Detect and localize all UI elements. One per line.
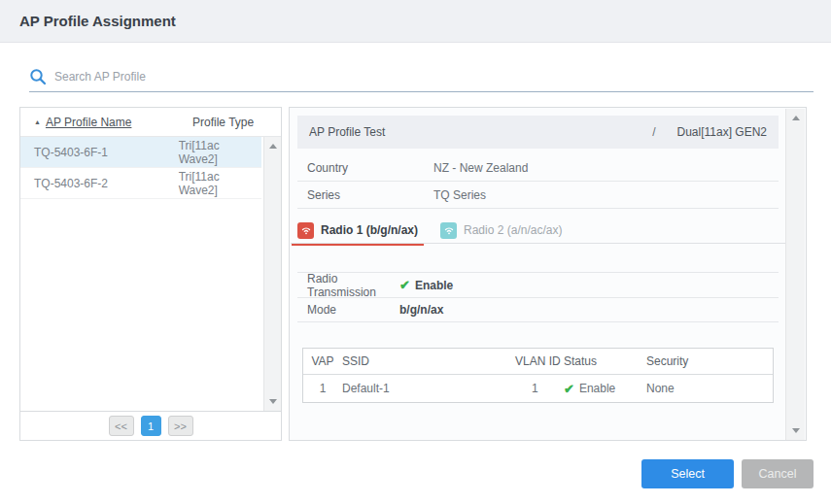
tab-radio-1-label: Radio 1 (b/g/n/ax): [321, 223, 418, 237]
profile-list-panel: ▲ AP Profile Name Profile Type TQ-5403-6…: [19, 107, 282, 441]
radio-transmission-label: Radio Transmission: [297, 272, 399, 299]
column-profile-type[interactable]: Profile Type: [192, 116, 254, 129]
field-country: Country NZ - New Zealand: [297, 154, 779, 182]
radio-transmission-status: Enable: [415, 279, 453, 292]
titlebar-slash: /: [652, 125, 655, 139]
radio2-wifi-icon: [440, 222, 457, 239]
scroll-up-icon[interactable]: [792, 116, 800, 120]
series-value: TQ Series: [433, 188, 486, 202]
sort-asc-icon: ▲: [34, 118, 41, 125]
profile-test-name: AP Profile Test: [309, 125, 652, 139]
table-row: 1 Default-1 1 ✔ Enable None: [303, 375, 773, 402]
dialog-title: AP Profile Assignment: [19, 13, 176, 29]
status-text: Enable: [579, 382, 615, 395]
status-column-header: Status: [564, 354, 646, 368]
ssid-cell: Default-1: [342, 382, 515, 395]
tab-radio-2-label: Radio 2 (a/n/ac/ax): [464, 223, 562, 237]
search-bar: [29, 62, 814, 92]
radio-tabs: Radio 1 (b/g/n/ax) Radio 2 (a/n/ac/ax): [297, 218, 779, 246]
tabs-bottom-border: [291, 243, 787, 244]
country-label: Country: [297, 161, 433, 175]
radio-transmission-value: ✔ Enable: [399, 279, 453, 292]
search-icon: [29, 68, 47, 85]
profile-model: Dual[11ax] GEN2: [677, 125, 768, 139]
pagination-prev-button[interactable]: <<: [109, 416, 134, 436]
profile-name-cell: TQ-5403-6F-1: [20, 146, 179, 159]
ap-profile-assignment-dialog: AP Profile Assignment ▲ AP Profile Name …: [0, 0, 831, 504]
profile-detail-titlebar: AP Profile Test / Dual[11ax] GEN2: [297, 116, 779, 149]
field-series: Series TQ Series: [297, 182, 779, 209]
scroll-up-icon[interactable]: [269, 144, 277, 149]
right-panel-scrollbar[interactable]: [785, 109, 805, 440]
check-icon: ✔: [399, 279, 410, 291]
radio-settings: Radio Transmission ✔ Enable Mode b/g/n/a…: [297, 272, 779, 322]
country-value: NZ - New Zealand: [433, 161, 528, 175]
left-panel-scrollbar[interactable]: [263, 137, 281, 411]
check-icon: ✔: [564, 383, 574, 395]
search-input[interactable]: [54, 70, 814, 84]
pagination: << 1 >>: [20, 411, 281, 440]
column-ap-profile-name[interactable]: ▲ AP Profile Name: [20, 116, 131, 129]
pagination-page-1-button[interactable]: 1: [141, 416, 161, 436]
pagination-next-button[interactable]: >>: [168, 416, 193, 436]
vap-table: VAP SSID VLAN ID Status Security 1 Defau…: [302, 348, 774, 403]
security-column-header: Security: [646, 354, 775, 368]
profile-list-body: TQ-5403-6F-1 Tri[11ac Wave2] TQ-5403-6F-…: [20, 137, 281, 411]
scroll-down-icon[interactable]: [792, 428, 800, 433]
profile-type-cell: Tri[11ac Wave2]: [179, 139, 261, 166]
status-cell: ✔ Enable: [564, 382, 646, 395]
vap-cell: 1: [303, 382, 342, 395]
tab-radio-1[interactable]: Radio 1 (b/g/n/ax): [297, 218, 418, 243]
select-button[interactable]: Select: [641, 459, 734, 488]
field-mode: Mode b/g/n/ax: [297, 297, 779, 322]
profile-fields: Country NZ - New Zealand Series TQ Serie…: [297, 154, 779, 209]
cancel-button[interactable]: Cancel: [742, 459, 814, 488]
vlan-cell: 1: [515, 382, 564, 395]
profile-list-header: ▲ AP Profile Name Profile Type: [20, 108, 281, 137]
scroll-down-icon[interactable]: [269, 399, 277, 404]
mode-label: Mode: [297, 303, 399, 317]
mode-value: b/g/n/ax: [399, 303, 443, 317]
radio1-wifi-icon: [297, 222, 314, 239]
table-row[interactable]: TQ-5403-6F-1 Tri[11ac Wave2]: [20, 137, 261, 168]
profile-detail-content: AP Profile Test / Dual[11ax] GEN2 Countr…: [297, 116, 779, 403]
profile-name-cell: TQ-5403-6F-2: [20, 177, 179, 190]
vap-column-header: VAP: [303, 354, 342, 368]
tab-radio-2[interactable]: Radio 2 (a/n/ac/ax): [440, 218, 562, 243]
security-cell: None: [646, 382, 775, 395]
table-row[interactable]: TQ-5403-6F-2 Tri[11ac Wave2]: [20, 168, 261, 199]
vap-table-header: VAP SSID VLAN ID Status Security: [303, 349, 773, 375]
series-label: Series: [297, 188, 433, 202]
profile-detail-panel: AP Profile Test / Dual[11ax] GEN2 Countr…: [289, 107, 807, 441]
field-radio-transmission: Radio Transmission ✔ Enable: [297, 272, 779, 297]
vlan-id-column-header: VLAN ID: [515, 354, 564, 368]
ssid-column-header: SSID: [342, 354, 515, 368]
column-label-name: AP Profile Name: [46, 116, 131, 129]
dialog-header: AP Profile Assignment: [0, 0, 831, 43]
profile-type-cell: Tri[11ac Wave2]: [179, 170, 261, 197]
